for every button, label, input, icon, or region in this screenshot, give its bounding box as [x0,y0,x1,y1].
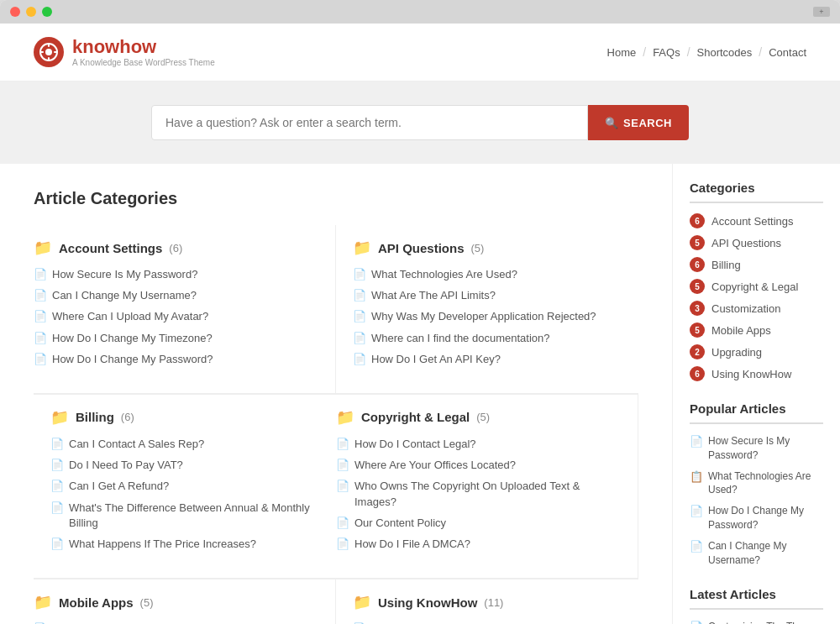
doc-icon: 📄 [34,310,47,322]
sidebar-cat-link[interactable]: API Questions [711,237,781,249]
article-link[interactable]: Do I Need To Pay VAT? [69,458,183,473]
article-link[interactable]: Where can I find the documentation? [371,331,549,346]
list-item: 📋 What Technologies Are Used? [690,469,823,498]
article-link[interactable]: Where Can I Upload My Avatar? [52,309,208,324]
doc-icon: 📄 [353,332,366,344]
search-button[interactable]: 🔍 SEARCH [588,105,689,140]
doc-icon: 📄 [690,435,703,448]
maximize-dot[interactable] [42,7,52,17]
article-link[interactable]: Our Content Policy [354,516,446,531]
cat-count-using: (11) [484,596,503,609]
folder-icon-using: 📁 [353,593,371,611]
sidebar-cat-link[interactable]: Mobile Apps [711,324,771,337]
doc-icon: 📄 [690,505,703,517]
svg-rect-2 [48,44,50,47]
list-item: 📄 How Do I File A DMCA? [336,537,621,552]
search-input[interactable] [151,105,588,140]
cat-badge: 6 [690,213,705,228]
article-link[interactable]: What's The Difference Between Annual & M… [69,501,319,531]
cat-badge: 3 [690,301,705,316]
article-link[interactable]: Can I Change My Username? [52,288,197,303]
article-link[interactable]: How Do I Contact Legal? [354,437,476,452]
folder-icon-billing: 📁 [50,408,69,427]
list-item: 📄 How Do I Change My Password? [34,352,318,367]
doc-icon: 📄 [34,332,47,344]
minimize-dot[interactable] [26,7,36,17]
svg-rect-5 [54,51,57,53]
article-link[interactable]: Who Owns The Copyright On Uploaded Text … [354,479,621,509]
list-item: 5 API Questions [690,235,823,250]
article-link[interactable]: How Do I Change My Password? [52,352,213,367]
sidebar-cat-list: 6 Account Settings 5 API Questions 6 Bil… [690,213,823,381]
close-dot[interactable] [10,7,20,17]
nav-faqs[interactable]: FAQs [653,46,680,59]
article-link[interactable]: How Secure Is My Password? [52,267,197,282]
cat-count-api: (5) [471,242,485,254]
article-link[interactable]: Can I Contact A Sales Rep? [69,437,204,452]
list-item: 📄 Can I Change My Username? [34,288,318,303]
folder-icon-copyright: 📁 [336,408,354,427]
search-icon: 🔍 [605,117,619,129]
list-item: 3 Customization [690,301,823,316]
sidebar-article-link[interactable]: How Do I Change My Password? [708,504,823,532]
art-list-account: 📄 How Secure Is My Password? 📄 Can I Cha… [34,267,318,367]
category-block-account-settings: 📁 Account Settings (6) 📄 How Secure Is M… [34,225,336,394]
cat-title-account: Account Settings [59,241,162,255]
sidebar-article-link[interactable]: How Secure Is My Password? [708,434,823,463]
cat-header-api: 📁 API Questions (5) [353,239,622,257]
article-link[interactable]: Where Are Your Offices Located? [354,458,516,473]
search-button-label: SEARCH [623,117,672,129]
sidebar-article-link[interactable]: Can I Change My Username? [708,539,823,568]
article-link[interactable]: How Do I Change My Timezone? [52,331,213,346]
site-header: knowhow A Knowledge Base WordPress Theme… [0,24,840,81]
nav-sep-2: / [687,45,690,59]
sidebar-cat-link[interactable]: Billing [711,259,741,271]
section-title: Article Categories [34,189,638,208]
list-item: 📄 What Are The API Limits? [353,288,622,303]
article-link[interactable]: How Do I Get An API Key? [371,352,501,367]
article-link[interactable]: What Technologies Are Used? [371,267,517,282]
sidebar-cat-link[interactable]: Customization [711,302,780,315]
cat-badge: 5 [690,235,705,250]
article-link[interactable]: Why Was My Developer Application Rejecte… [371,309,596,324]
article-link[interactable]: What Happens If The Price Increases? [69,537,256,552]
list-item: 📄 Do I Need To Pay VAT? [50,458,319,473]
cat-count-copyright: (5) [476,411,490,423]
doc-icon: 📄 [336,517,349,529]
sidebar-article-link[interactable]: Customizing The Theme Colors [708,620,823,624]
svg-rect-3 [48,57,50,60]
nav-sep-1: / [643,45,646,59]
cat-count-account: (6) [169,242,182,254]
list-item: 📄 What's The Difference Between Annual &… [50,501,319,531]
folder-icon-account: 📁 [34,239,52,257]
sidebar-cat-link[interactable]: Upgrading [711,346,762,359]
nav-shortcodes[interactable]: Shortcodes [697,46,753,59]
category-grid: 📁 Account Settings (6) 📄 How Secure Is M… [34,225,638,624]
window-action-btn[interactable]: + [813,7,830,17]
doc-icon: 📄 [34,353,47,365]
list-item: 6 Using KnowHow [690,366,823,381]
doc-icon: 📄 [34,268,47,281]
sidebar-cat-link[interactable]: Using KnowHow [711,368,791,380]
category-block-using: 📁 Using KnowHow (11) 📄 Customization [336,579,638,624]
art-list-billing: 📄 Can I Contact A Sales Rep? 📄 Do I Need… [50,437,319,552]
content-area: Article Categories 📁 Account Settings (6… [0,164,672,624]
logo-name: knowhow [72,37,215,57]
sidebar-cat-link[interactable]: Account Settings [711,215,794,228]
list-item: 📄 How Do I Change My Password? [690,504,823,532]
sidebar-latest-section: Latest Articles 📄 Customizing The Theme … [690,587,823,624]
sidebar-cat-link[interactable]: Copyright & Legal [711,281,798,293]
doc-icon: 📄 [690,621,703,624]
article-link[interactable]: How Do I File A DMCA? [354,537,470,552]
list-item: 📄 Can I Contact A Sales Rep? [50,437,319,452]
category-block-mobile: 📁 Mobile Apps (5) 📄 How Do I Download Th… [34,579,336,624]
sidebar-categories-section: Categories 6 Account Settings 5 API Ques… [690,181,823,381]
titlebar: + [0,0,840,24]
article-link[interactable]: Can I Get A Refund? [69,479,169,494]
article-link[interactable]: What Are The API Limits? [371,288,496,303]
list-item: 6 Account Settings [690,213,823,228]
nav-contact[interactable]: Contact [769,46,806,59]
doc-icon: 📄 [50,537,64,550]
nav-home[interactable]: Home [607,46,637,59]
sidebar-article-link[interactable]: What Technologies Are Used? [708,469,823,498]
